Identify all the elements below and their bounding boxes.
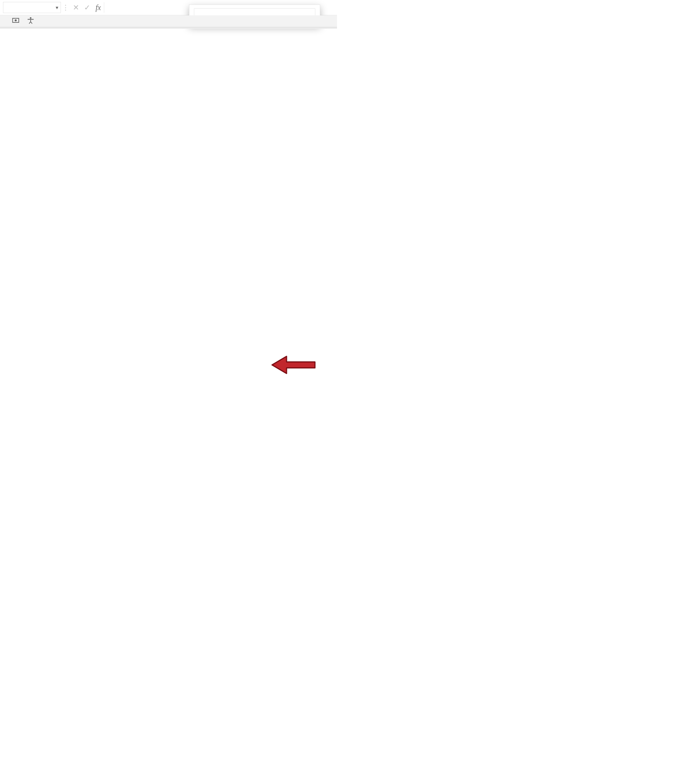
formula-bar-separator-icon: ⋮ [61,3,70,12]
status-bar [0,15,337,27]
annotation-arrow [271,355,316,375]
name-box-dropdown-icon[interactable]: ▾ [56,5,58,11]
accept-formula-button[interactable]: ✓ [81,2,93,13]
accessibility-icon[interactable] [26,16,35,26]
cancel-formula-button[interactable]: ✕ [70,2,81,13]
macro-record-icon[interactable] [12,16,20,26]
svg-point-2 [30,17,31,19]
name-box[interactable]: ▾ [3,2,61,13]
svg-point-1 [15,19,17,22]
fx-button[interactable]: fx [93,2,104,13]
